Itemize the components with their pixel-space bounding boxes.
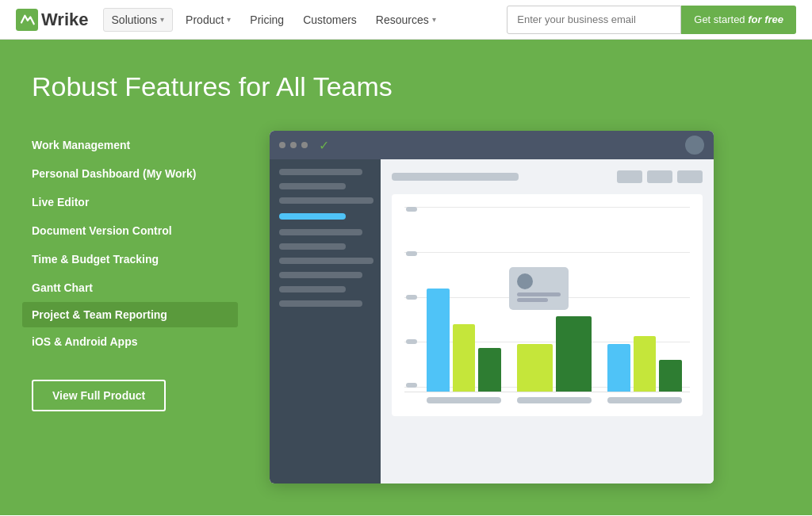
sidebar-line-3 [279,197,373,204]
titlebar-check-icon: ✓ [319,138,329,153]
x-label-2 [517,397,592,403]
screenshot-title-placeholder [392,173,519,181]
sidebar-line-2 [279,183,346,189]
email-input[interactable] [507,6,681,34]
feature-item-time-budget-tracking[interactable]: Time & Budget Tracking [32,245,238,273]
feature-list: Work Management Personal Dashboard (My W… [32,131,238,484]
feature-item-live-editor[interactable]: Live Editor [32,188,238,216]
screenshot-header-btn-3 [677,170,703,183]
titlebar-dot-1 [279,142,285,148]
sidebar-line-6 [279,258,373,264]
hero-content: Work Management Personal Dashboard (My W… [32,131,780,484]
feature-item-gantt-chart[interactable]: Gantt Chart [32,273,238,302]
product-screenshot: ✓ [270,131,714,484]
sidebar-line-7 [279,272,362,278]
chart-bars-container [404,218,690,392]
nav-customers[interactable]: Customers [293,0,366,40]
nav-resources[interactable]: Resources ▾ [366,0,446,40]
screenshot-header-btn-2 [647,170,672,183]
logo-text: Wrike [41,10,89,30]
chart-area [392,194,703,416]
x-label-1 [427,397,501,403]
feature-item-ios-android-apps[interactable]: iOS & Android Apps [32,327,238,356]
bar-2-2 [556,316,592,392]
feature-item-work-management[interactable]: Work Management [32,131,238,159]
nav-pricing[interactable]: Pricing [240,0,293,40]
hero-section: Robust Features for All Teams Work Manag… [0,40,812,515]
chart-x-labels [404,392,690,403]
bar-1-1 [427,289,450,392]
bar-1-2 [453,324,476,392]
chart-y-line-1 [404,207,690,208]
wrike-logo-icon [16,9,38,31]
get-started-button[interactable]: Get started for free [681,6,796,34]
y-tick-1 [406,207,417,212]
tooltip-line-2 [517,298,548,302]
sidebar-line-5 [279,243,346,250]
feature-item-personal-dashboard[interactable]: Personal Dashboard (My Work) [32,159,238,188]
chart-grid [404,207,690,403]
titlebar-dot-2 [290,142,297,148]
screenshot-sidebar [270,159,381,484]
sidebar-line-8 [279,286,346,292]
nav-product[interactable]: Product ▾ [176,0,240,40]
feature-item-document-version-control[interactable]: Document Version Control [32,216,238,245]
nav-solutions[interactable]: Solutions ▾ [103,8,174,32]
titlebar-avatar [685,136,704,155]
tooltip-line-1 [517,292,561,296]
sidebar-line-1 [279,169,362,175]
sidebar-line-9 [279,300,362,307]
resources-caret-icon: ▾ [432,15,436,24]
feature-item-project-team-reporting[interactable]: Project & Team Reporting [22,302,238,327]
bar-2-1 [517,344,553,392]
x-label-3 [607,397,682,403]
titlebar-dot-3 [301,142,308,148]
bar-3-2 [634,336,657,392]
hero-title: Robust Features for All Teams [32,71,780,102]
view-full-product-button[interactable]: View Full Product [32,380,166,411]
solutions-caret-icon: ▾ [160,15,164,24]
sidebar-active-item [279,213,346,220]
screenshot-header-btn-group [617,170,703,183]
screenshot-header-btn-1 [617,170,642,183]
x-label-group-3 [607,397,682,403]
logo[interactable]: Wrike [16,9,89,31]
x-label-group-1 [427,397,501,403]
bar-3-3 [659,360,682,392]
chart-bar-group-2 [517,316,592,392]
tooltip-avatar-icon [517,273,533,289]
chart-bar-group-3 [607,336,682,392]
bar-3-1 [607,344,630,392]
chart-tooltip [509,267,569,310]
screenshot-main [381,159,714,484]
screenshot-body [270,159,714,484]
x-label-group-2 [517,397,592,403]
screenshot-header-bar [392,170,703,183]
bar-1-3 [478,348,501,392]
navbar: Wrike Solutions ▾ Product ▾ Pricing Cust… [0,0,812,40]
sidebar-line-4 [279,229,362,235]
screenshot-titlebar: ✓ [270,131,714,159]
chart-bar-group-1 [427,289,501,392]
product-caret-icon: ▾ [227,15,231,24]
